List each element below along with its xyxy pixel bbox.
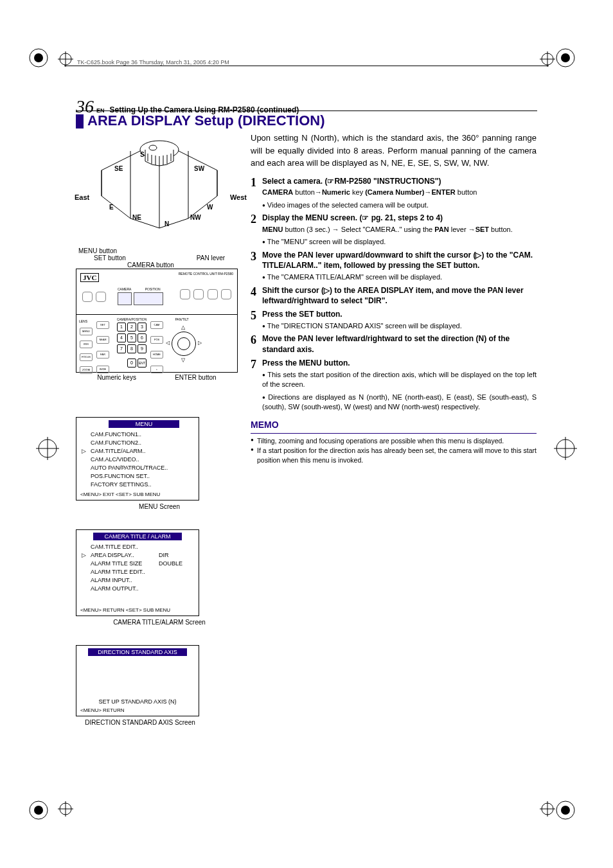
step-1: 1 Select a camera. (☞RM-P2580 "INSTRUCTI… bbox=[251, 176, 537, 211]
key-enter: ENT bbox=[138, 359, 147, 368]
key-8: 8 bbox=[127, 344, 136, 353]
reg-cross-icon bbox=[58, 801, 73, 817]
reg-mark-icon bbox=[36, 437, 59, 460]
menu-caption: CAMERA TITLE/ALARM Screen bbox=[76, 619, 243, 626]
reg-mark-icon bbox=[27, 799, 50, 822]
step-bullet: The "CAMERA TITLE/ALARM" screen will be … bbox=[262, 272, 537, 282]
lens-button: WIDE bbox=[96, 366, 109, 373]
step-3: 3 Move the PAN lever upward/downward to … bbox=[251, 250, 537, 283]
controller-model: REMOTE CONTROL UNIT RM-P2580 bbox=[179, 272, 233, 276]
reg-mark-icon bbox=[27, 46, 50, 69]
step-number: 5 bbox=[251, 308, 256, 324]
controller-diagram: JVC REMOTE CONTROL UNIT RM-P2580 CAMERA … bbox=[76, 269, 238, 373]
reg-mark-icon bbox=[554, 799, 577, 822]
reg-cross-icon bbox=[540, 51, 555, 67]
key-6: 6 bbox=[138, 333, 147, 342]
lens-button: FAR bbox=[96, 351, 109, 359]
cursor-icon: ▷ bbox=[82, 447, 86, 456]
step-sub: MENU button (3 sec.) → Select "CAMERA.."… bbox=[262, 225, 537, 235]
main-heading: AREA DISPLAY Setup (DIRECTION) bbox=[87, 112, 325, 129]
compass-west: West bbox=[230, 193, 247, 201]
right-column: Upon setting N (North), which is the sta… bbox=[251, 132, 537, 465]
menu-item: CAM.ALC/VIDEO.. bbox=[76, 456, 199, 464]
camera-label: CAMERA bbox=[118, 287, 131, 291]
joystick-icon: ◁ ▷ △ ▽ bbox=[172, 332, 196, 356]
step-number: 2 bbox=[251, 211, 256, 227]
menu-screen-title: DIRECTION STANDARD AXIS bbox=[88, 648, 187, 656]
camera-compass-icon bbox=[76, 132, 243, 235]
memo-item: Tilting, zooming and focusing operations… bbox=[251, 436, 537, 446]
lens-button: FOCUS bbox=[80, 353, 93, 361]
step-7: 7 Press the MENU button. This sets the s… bbox=[251, 358, 537, 412]
reg-cross-icon bbox=[540, 801, 555, 817]
heading-bar bbox=[76, 114, 84, 128]
ctrl-button bbox=[221, 289, 231, 299]
step-5: 5 Press the SET button. The "DIRECTION S… bbox=[251, 309, 537, 331]
lens-section-label: LENS bbox=[79, 319, 93, 323]
step-heading: Move the PAN lever upward/downward to sh… bbox=[262, 251, 533, 270]
key-9: 9 bbox=[138, 344, 147, 353]
compass-diagram: East West SE S SW E NE N NW W bbox=[76, 132, 243, 235]
pos-button: CAM bbox=[150, 321, 163, 329]
svg-point-3 bbox=[561, 53, 570, 62]
step-2: 2 Display the MENU screen. (☞ pg. 21, st… bbox=[251, 213, 537, 247]
lens-button: IRIS bbox=[80, 341, 93, 348]
step-6: 6 Move the PAN lever leftward/rightward … bbox=[251, 333, 537, 355]
dir-n: N bbox=[164, 220, 169, 227]
campos-section-label: CAMERA/POSITION bbox=[116, 317, 147, 321]
step-number: 6 bbox=[251, 332, 256, 348]
key-2: 2 bbox=[127, 323, 136, 332]
menu-footer: <MENU> EXIT <SET> SUB MENU bbox=[76, 489, 199, 497]
pan-lever-label: PAN lever bbox=[197, 254, 225, 261]
menu-item: ▷CAM.TITLE/ALARM.. bbox=[76, 447, 199, 456]
step-number: 1 bbox=[251, 175, 256, 191]
menu-item: AUTO PAN/PATROL/TRACE.. bbox=[76, 464, 199, 472]
menu-footer: <MENU> RETURN <SET> SUB MENU bbox=[76, 605, 199, 613]
ctrl-button bbox=[193, 289, 204, 299]
memo-item: If a start position for the direction ax… bbox=[251, 446, 537, 465]
menu-item: ALARM INPUT.. bbox=[76, 576, 199, 585]
menu-item: ALARM TITLE SIZEDOUBLE bbox=[76, 560, 199, 568]
position-label: POSITION bbox=[145, 287, 161, 291]
ctrl-button bbox=[208, 289, 218, 299]
compass-east: East bbox=[75, 193, 89, 201]
menu-item: CAM.TITLE EDIT.. bbox=[76, 543, 199, 551]
key-0: 0 bbox=[127, 359, 136, 368]
segment-display bbox=[118, 292, 132, 305]
key-7: 7 bbox=[117, 344, 126, 353]
step-heading: Shift the cursor (▷) to the AREA DISPLAY… bbox=[262, 286, 524, 306]
menu-item: ALARM OUTPUT.. bbox=[76, 585, 199, 593]
step-sub: CAMERA button→Numeric key (Camera Number… bbox=[262, 188, 537, 197]
step-heading: Move the PAN lever leftward/rightward to… bbox=[262, 334, 510, 354]
menu-item: POS.FUNCTION SET.. bbox=[76, 472, 199, 481]
key-1: 1 bbox=[117, 323, 126, 332]
rule bbox=[76, 111, 537, 111]
dir-e: E bbox=[109, 204, 114, 211]
key-4: 4 bbox=[117, 333, 126, 342]
menu-caption: MENU Screen bbox=[76, 503, 243, 510]
step-bullet: Directions are displayed as N (north), N… bbox=[262, 393, 537, 412]
step-heading: Press the SET button. bbox=[262, 310, 342, 319]
dir-s: S bbox=[140, 151, 145, 158]
lens-button: ZOOM bbox=[80, 366, 93, 374]
page-runner: TK-C625.book Page 36 Thursday, March 31,… bbox=[77, 59, 229, 66]
reg-mark-icon bbox=[554, 46, 577, 69]
menu-item: CAM.FUNCTION2.. bbox=[76, 439, 199, 447]
ctrl-button bbox=[180, 289, 190, 299]
pantilt-section-label: PAN/TILT bbox=[168, 317, 196, 321]
manual-page: TK-C625.book Page 36 Thursday, March 31,… bbox=[0, 0, 613, 868]
menu-screen-line: SET UP STANDARD AXIS (N) bbox=[76, 698, 199, 705]
dir-w: W bbox=[207, 204, 213, 211]
pos-button: HOME bbox=[150, 351, 163, 359]
numeric-keypad: CAMERA/POSITION 123 456 789 0ENT bbox=[116, 317, 147, 376]
step-heading: Display the MENU screen. (☞ pg. 21, step… bbox=[262, 213, 443, 222]
dir-sw: SW bbox=[194, 165, 204, 172]
menu-footer: <MENU> RETURN bbox=[76, 705, 199, 713]
step-bullet: The "MENU" screen will be displayed. bbox=[262, 237, 537, 247]
lens-button: NEAR bbox=[96, 336, 109, 344]
menu-item: FACTORY SETTINGS.. bbox=[76, 481, 199, 489]
dir-nw: NW bbox=[190, 214, 201, 221]
pos-button: POS bbox=[150, 336, 163, 344]
step-number: 3 bbox=[251, 249, 256, 265]
power-button bbox=[82, 292, 93, 302]
